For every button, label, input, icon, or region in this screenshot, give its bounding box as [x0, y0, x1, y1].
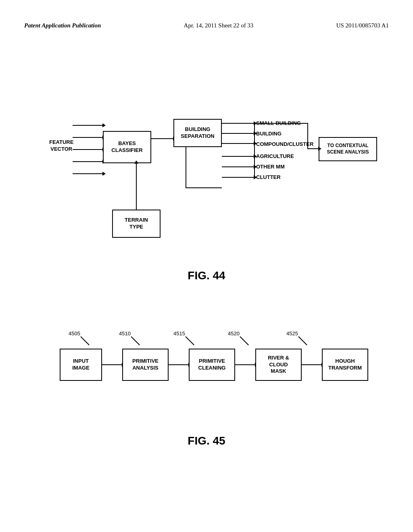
fig45-diagram: 4505 4510 4515 4520 4525 INPUTIMAGE PRIM…	[24, 318, 389, 472]
input-image-box: INPUTIMAGE	[60, 349, 102, 381]
header-date-sheet: Apr. 14, 2011 Sheet 22 of 33	[184, 22, 254, 29]
callout-4505	[80, 336, 90, 345]
terrain-type-box: TERRAINTYPE	[112, 210, 161, 238]
callout-4525	[298, 336, 307, 345]
hough-transform-box: HOUGHTRANSFORM	[322, 349, 368, 381]
ref-4510: 4510	[119, 330, 131, 337]
building-separation-box: BUILDINGSEPARATION	[173, 119, 222, 147]
header-patent-number: US 2011/0085703 A1	[336, 22, 389, 29]
ref-4505: 4505	[69, 330, 80, 337]
arrow-bc-outputs-vertical	[186, 147, 186, 187]
bayes-classifier-box: BAYESCLASSIFIER	[103, 131, 151, 163]
arrow-bc-outputs-horiz	[186, 187, 222, 188]
fig44-diagram: FEATUREVECTOR BAYESCLASSIFIER BUILDINGSE…	[24, 52, 389, 286]
primitive-analysis-box: PRIMITIVEANALYSIS	[122, 349, 169, 381]
arrow-other-mm	[222, 166, 254, 167]
arrow-agriculture	[222, 156, 254, 157]
header-publication-type: Patent Application Publication	[24, 22, 101, 29]
arrow-bc-bs	[151, 138, 173, 139]
arrow-fv-bc-4	[73, 161, 103, 162]
arrow-fv-bc-5	[73, 173, 103, 174]
river-cloud-mask-box: RIVER &CLOUDMASK	[255, 349, 302, 381]
arrow-fv-bc-2	[73, 137, 103, 138]
arrow-rcm-ht	[302, 364, 322, 365]
arrow-ii-pa	[102, 364, 122, 365]
arrow-fv-bc-3	[73, 149, 103, 150]
horiz-line-outputs-contextual	[254, 123, 308, 124]
callout-4520	[240, 336, 249, 345]
ref-4525: 4525	[286, 330, 298, 337]
agriculture-label: AGRICULTURE	[256, 153, 294, 159]
feature-vector-label: FEATUREVECTOR	[49, 139, 73, 153]
arrow-bs-small-building	[222, 123, 254, 124]
fig44-label: FIG. 44	[188, 269, 225, 282]
ref-4515: 4515	[173, 330, 185, 337]
arrow-fv-bc-1	[73, 125, 103, 126]
other-mm-label: OTHER MM	[256, 164, 285, 170]
arrow-outputs-contextual	[307, 148, 319, 149]
arrow-bs-compound	[222, 143, 254, 144]
callout-4510	[131, 336, 140, 345]
primitive-cleaning-box: PRIMITIVECLEANING	[189, 349, 235, 381]
clutter-label: CLUTTER	[256, 174, 281, 180]
arrow-bs-building	[222, 133, 254, 134]
page-header: Patent Application Publication Apr. 14, …	[0, 22, 413, 29]
ref-4520: 4520	[228, 330, 240, 337]
building-label: BUILDING	[256, 131, 282, 137]
arrow-pc-rcm	[235, 364, 255, 365]
vert-line-outputs-contextual	[307, 123, 308, 149]
fig45-label: FIG. 45	[188, 434, 225, 447]
to-contextual-box: TO CONTEXTUALSCENE ANALYSIS	[319, 137, 377, 161]
arrow-pa-pc	[169, 364, 189, 365]
arrow-clutter	[222, 177, 254, 178]
arrow-terrain-bayes	[136, 163, 137, 210]
callout-4515	[185, 336, 194, 345]
compound-cluster-label: COMPOUND/CLUSTER	[256, 141, 313, 147]
vert-right-outputs	[254, 123, 255, 179]
